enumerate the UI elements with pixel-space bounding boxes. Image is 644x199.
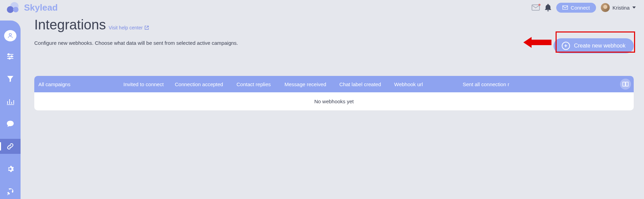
column-replies: Contact replies [230,81,278,87]
help-link[interactable]: Visit help center [109,25,149,30]
scroll-right-button[interactable] [620,79,631,90]
content: Integrations Visit help center Configure… [34,17,634,110]
sidebar-item-integrations[interactable] [0,139,21,154]
webhooks-table: All campaigns Invited to connect Connect… [34,76,634,110]
sidebar-item-funnel[interactable] [0,71,21,87]
chat-icon [7,120,14,127]
svg-rect-6 [623,82,625,86]
funnel-icon [7,76,14,82]
sidebar-item-settings[interactable] [0,161,21,176]
table-empty-message: No webhooks yet [34,92,634,110]
avatar [601,3,610,12]
external-link-icon [145,26,149,30]
table-header: All campaigns Invited to connect Connect… [34,76,634,92]
create-webhook-button[interactable]: + Create new webhook [554,38,634,53]
bell-icon[interactable] [545,4,551,11]
sidebar-item-rocket[interactable] [0,184,21,199]
svg-point-3 [8,54,9,55]
topbar: Skylead Connect Kristina [0,0,644,15]
page-title: Integrations [34,17,106,32]
analytics-icon [7,98,14,105]
mail-icon[interactable] [532,4,540,11]
logo-icon [7,2,21,13]
user-menu[interactable]: Kristina [601,3,636,12]
plus-icon: + [562,42,570,50]
link-icon [7,143,14,150]
create-webhook-label: Create new webhook [574,43,625,49]
annotation-arrow [521,37,551,47]
sidebar [0,21,21,199]
logo-text: Skylead [24,2,58,13]
sidebar-item-profile[interactable] [4,30,16,41]
sliders-icon [7,53,14,59]
svg-point-2 [9,34,11,36]
column-label: Chat label created [333,81,388,87]
column-url: Webhook url [388,81,457,87]
user-name: Kristina [612,5,630,11]
column-accepted: Connection accepted [169,81,230,87]
user-icon [7,32,13,39]
column-invited: Invited to connect [117,81,169,87]
svg-rect-7 [626,82,628,86]
sidebar-item-analytics[interactable] [0,94,21,109]
connect-button[interactable]: Connect [556,3,596,13]
svg-rect-1 [563,6,568,10]
rocket-icon [7,188,14,195]
columns-icon [622,82,629,87]
chevron-down-icon [632,6,636,9]
gear-icon [7,165,14,173]
help-link-label: Visit help center [109,25,143,30]
logo[interactable]: Skylead [7,2,58,13]
connect-label: Connect [571,5,590,11]
svg-point-4 [11,56,12,57]
svg-point-5 [9,58,10,59]
column-received: Message received [278,81,333,87]
column-all-campaigns[interactable]: All campaigns [38,81,117,87]
column-sent: Sent all connection r [457,81,511,87]
envelope-icon [562,5,568,10]
sidebar-item-sliders[interactable] [0,49,21,64]
sidebar-item-chat[interactable] [0,117,21,132]
